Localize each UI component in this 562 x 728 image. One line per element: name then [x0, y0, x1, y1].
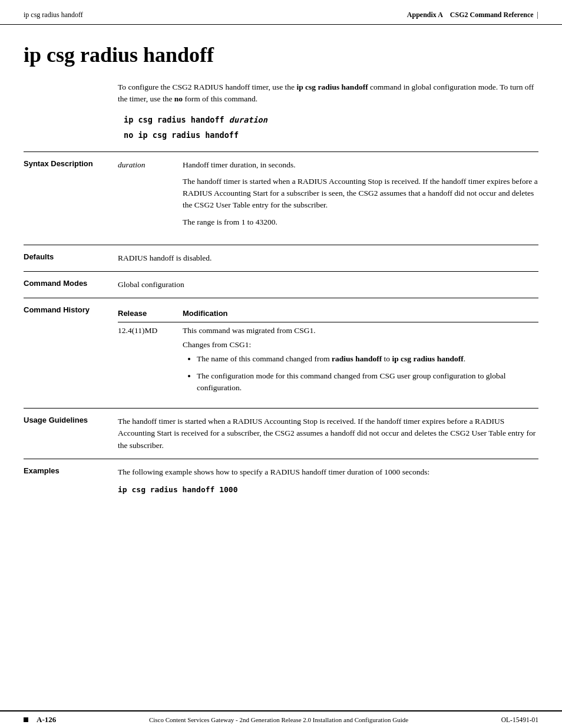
header-right: Appendix A CSG2 Command Reference | [407, 11, 538, 19]
command-history-table: Release Modification 12.4(11)MD This com… [118, 305, 538, 401]
cmd1-text: ip csg radius handoff duration [124, 115, 267, 124]
usage-guidelines-section: Usage Guidelines The handoff timer is st… [24, 408, 538, 459]
examples-label: Examples [24, 466, 118, 496]
migration-text: This command was migrated from CSG1. [183, 325, 534, 337]
command-history-content: Release Modification 12.4(11)MD This com… [118, 305, 538, 401]
command-history-section: Command History Release Modification 12.… [24, 298, 538, 408]
intro-text: To configure the CSG2 RADIUS handoff tim… [118, 81, 538, 106]
footer-right: OL-15491-01 [501, 716, 538, 723]
release-value: 12.4(11)MD [118, 322, 183, 401]
intro-section: To configure the CSG2 RADIUS handoff tim… [118, 81, 538, 140]
intro-bold: ip csg radius handoff [296, 83, 368, 91]
col-modification: Modification [183, 305, 538, 322]
syntax-table: duration Handoff timer duration, in seco… [118, 159, 538, 233]
modification-value: This command was migrated from CSG1. Cha… [183, 322, 538, 401]
col-release: Release [118, 305, 183, 322]
command-modes-label: Command Modes [24, 279, 118, 291]
defaults-label: Defaults [24, 252, 118, 264]
examples-code: ip csg radius handoff 1000 [118, 484, 538, 496]
cmd-history-header-row: Release Modification [118, 305, 538, 322]
defaults-section: Defaults RADIUS handoff is disabled. [24, 245, 538, 271]
usage-guidelines-content: The handoff timer is started when a RADI… [118, 416, 538, 452]
cmd2-text: no ip csg radius handoff [124, 130, 239, 140]
defaults-content: RADIUS handoff is disabled. [118, 252, 538, 264]
cmd-history-row-1: 12.4(11)MD This command was migrated fro… [118, 322, 538, 401]
syntax-def-3: The range is from 1 to 43200. [183, 216, 538, 228]
syntax-def: Handoff timer duration, in seconds. The … [183, 159, 538, 233]
bullet-item-2: The configuration mode for this command … [197, 370, 534, 394]
page-footer: A-126 Cisco Content Services Gateway - 2… [0, 710, 562, 728]
command-syntax-1: ip csg radius handoff duration [118, 115, 538, 124]
syntax-row: duration Handoff timer duration, in seco… [118, 159, 538, 233]
syntax-description-content: duration Handoff timer duration, in seco… [118, 159, 538, 238]
syntax-term: duration [118, 159, 183, 233]
examples-text: The following example shows how to speci… [118, 466, 538, 478]
footer-left: A-126 [24, 715, 56, 724]
syntax-def-2: The handoff timer is started when a RADI… [183, 176, 538, 212]
examples-section: Examples The following example shows how… [24, 459, 538, 503]
changes-bullet-list: The name of this command changed from ra… [183, 353, 534, 394]
syntax-description-label: Syntax Description [24, 159, 118, 238]
bullet-item-1: The name of this command changed from ra… [197, 353, 534, 365]
examples-content: The following example shows how to speci… [118, 466, 538, 496]
page-title: ip csg radius handoff [24, 42, 538, 67]
header-title: CSG2 Command Reference [450, 11, 534, 19]
command-modes-content: Global configuration [118, 279, 538, 291]
command-syntax-2: no ip csg radius handoff [118, 130, 538, 140]
command-modes-section: Command Modes Global configuration [24, 271, 538, 298]
page-header: ip csg radius handoff Appendix A CSG2 Co… [0, 0, 562, 25]
usage-guidelines-label: Usage Guidelines [24, 416, 118, 452]
changes-label: Changes from CSG1: [183, 339, 534, 351]
footer-bullet-icon [24, 717, 28, 722]
main-content: ip csg radius handoff To configure the C… [0, 25, 562, 526]
syntax-def-1: Handoff timer duration, in seconds. [183, 159, 538, 171]
page-number: A-126 [37, 715, 56, 724]
header-left: ip csg radius handoff [24, 11, 83, 19]
footer-center: Cisco Content Services Gateway - 2nd Gen… [68, 716, 490, 723]
syntax-description-section: Syntax Description duration Handoff time… [24, 151, 538, 245]
command-history-label: Command History [24, 305, 118, 401]
header-appendix: Appendix A [407, 11, 443, 19]
